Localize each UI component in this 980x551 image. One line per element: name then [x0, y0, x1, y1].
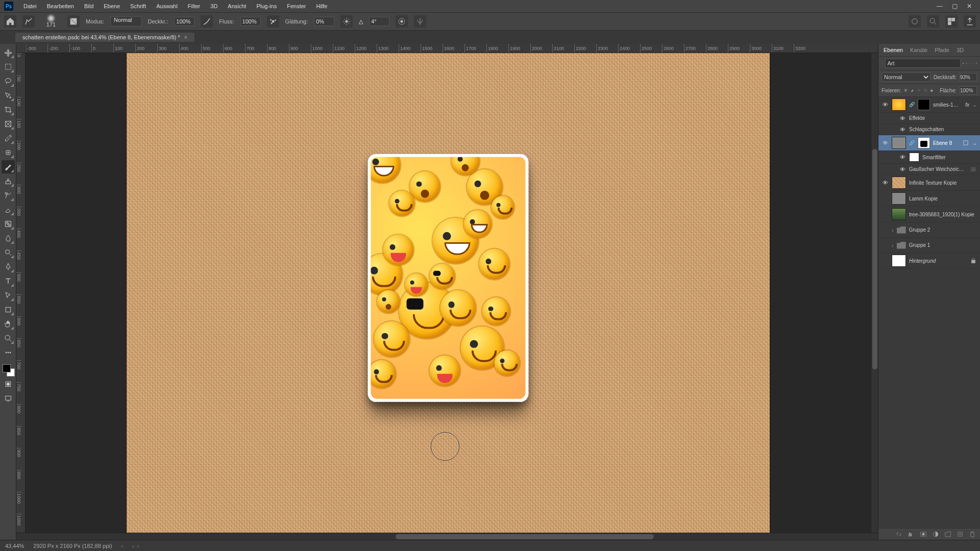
clone-stamp-tool[interactable] [2, 174, 15, 188]
next-button[interactable]: › [137, 543, 139, 549]
menu-hilfe[interactable]: Hilfe [311, 3, 332, 9]
menu-datei[interactable]: Datei [18, 3, 42, 9]
eyedropper-tool[interactable] [2, 132, 15, 145]
add-mask-button[interactable] [920, 531, 927, 538]
layer-filter-input[interactable] [885, 59, 961, 68]
tool-preset-button[interactable] [22, 15, 35, 28]
color-swatches[interactable] [2, 363, 15, 377]
menu-3d[interactable]: 3D [205, 3, 223, 9]
layer-row-background[interactable]: Hintergrund [878, 253, 980, 269]
new-layer-button[interactable] [957, 531, 964, 538]
filter-shape-icon[interactable] [972, 60, 974, 67]
layer-row-ebene8[interactable]: 👁 🔗 Ebene 8 ⌄ [878, 135, 980, 151]
document-info[interactable]: 2920 Px x 2160 Px (182,88 ppi) [33, 543, 112, 549]
chevron-right-icon[interactable]: › [892, 227, 894, 233]
window-maximize-button[interactable]: ▢ [952, 3, 958, 10]
eraser-tool[interactable] [2, 203, 15, 216]
marquee-tool[interactable] [2, 60, 15, 73]
visibility-toggle[interactable]: 👁 [881, 180, 889, 186]
layer-row-lamm[interactable]: Lamm Kopie [878, 191, 980, 207]
layer-name[interactable]: Gruppe 1 [909, 242, 977, 248]
quick-mask-toggle[interactable] [2, 378, 15, 391]
menu-bild[interactable]: Bild [79, 3, 99, 9]
menu-auswahl[interactable]: Auswahl [151, 3, 183, 9]
window-minimize-button[interactable]: — [937, 3, 943, 10]
zoom-tool[interactable] [2, 332, 15, 345]
layer-thumb[interactable] [892, 137, 906, 149]
healing-brush-tool[interactable] [2, 146, 15, 159]
fx-badge[interactable]: fx [965, 102, 969, 108]
layer-name[interactable]: tree-3095683_1920(1) Kopie [909, 212, 977, 217]
lock-transparency-icon[interactable] [904, 87, 908, 94]
menu-plug-ins[interactable]: Plug-ins [251, 3, 282, 9]
chevron-right-icon[interactable]: › [121, 543, 123, 549]
layer-name[interactable]: Lamm Kopie [909, 196, 977, 202]
smartfilter-gaussian[interactable]: 👁 Gaußscher Weichzeichner [878, 164, 980, 175]
smartfilter-header[interactable]: 👁 Smartfilter [878, 151, 980, 164]
layer-row-infinite-texture[interactable]: 👁 Infinite Texture Kopie [878, 175, 980, 191]
blur-tool[interactable] [2, 232, 15, 245]
vertical-scrollbar[interactable] [871, 53, 878, 533]
cloud-docs-button[interactable] [909, 15, 921, 28]
visibility-toggle[interactable]: 👁 [881, 140, 889, 146]
filter-settings-icon[interactable] [970, 166, 977, 173]
visibility-toggle[interactable]: 👁 [899, 127, 906, 133]
chevron-down-icon[interactable]: ⌄ [972, 140, 977, 146]
smoothing-options-button[interactable] [340, 15, 353, 28]
lock-artboard-icon[interactable] [924, 87, 927, 94]
tab-3d[interactable]: 3D [957, 47, 964, 53]
smoothing-input[interactable] [314, 17, 334, 26]
layer-fill-input[interactable] [960, 86, 977, 94]
lock-paint-icon[interactable] [911, 87, 914, 94]
home-button[interactable] [4, 15, 16, 28]
menu-schrift[interactable]: Schrift [125, 3, 151, 9]
lasso-tool[interactable] [2, 74, 15, 88]
brush-tool[interactable] [2, 160, 15, 173]
history-brush-tool[interactable] [2, 189, 15, 202]
brush-preset-picker[interactable]: 171 [41, 15, 61, 28]
search-button[interactable] [927, 15, 939, 28]
zoom-level[interactable]: 43,44% [5, 543, 24, 549]
layer-row-tree[interactable]: tree-3095683_1920(1) Kopie [878, 207, 980, 222]
opacity-pressure-toggle[interactable] [201, 15, 213, 28]
lock-icon[interactable] [970, 257, 977, 264]
visibility-toggle[interactable]: 👁 [899, 166, 906, 172]
type-tool[interactable] [2, 274, 15, 288]
layer-name[interactable]: Infinite Texture Kopie [909, 180, 977, 186]
layer-thumb[interactable] [892, 192, 906, 205]
new-group-button[interactable] [944, 531, 951, 538]
vertical-ruler[interactable]: 0501001502002503003504004505005506006507… [16, 53, 26, 533]
chevron-right-icon[interactable]: › [892, 242, 894, 248]
menu-filter[interactable]: Filter [183, 3, 205, 9]
dodge-tool[interactable] [2, 246, 15, 259]
layer-style-button[interactable]: fx [908, 531, 915, 538]
share-button[interactable] [964, 15, 976, 28]
fx-header[interactable]: 👁 Effekte [878, 113, 980, 124]
tab-paths[interactable]: Pfade [935, 47, 949, 53]
layer-name[interactable]: smilies-1…0 Kopie 2 [933, 102, 962, 108]
flow-input[interactable] [240, 17, 261, 26]
quick-select-tool[interactable] [2, 89, 15, 102]
link-layers-button[interactable] [895, 531, 902, 538]
window-close-button[interactable]: ✕ [967, 3, 972, 10]
tab-channels[interactable]: Kanäle [910, 47, 927, 53]
filter-pixel-icon[interactable] [963, 60, 964, 67]
lock-all-icon[interactable] [930, 87, 934, 94]
new-adjustment-button[interactable] [932, 531, 939, 538]
screen-mode-button[interactable] [2, 392, 15, 405]
horizontal-ruler[interactable]: -300-200-1000100200300400500600700800900… [16, 44, 878, 53]
brush-angle-input[interactable] [369, 17, 389, 26]
layer-row-smilies[interactable]: 👁 🔗 smilies-1…0 Kopie 2 fx ⌄ [878, 97, 980, 113]
layer-thumb[interactable] [892, 255, 906, 267]
layer-thumb[interactable] [892, 98, 906, 111]
blend-mode-select[interactable]: Normal [110, 16, 141, 27]
foreground-color-swatch[interactable] [3, 364, 11, 372]
airbrush-toggle[interactable] [267, 15, 279, 28]
fx-dropshadow[interactable]: 👁 Schlagschatten [878, 124, 980, 135]
brush-panel-toggle[interactable] [67, 15, 80, 28]
symmetry-button[interactable] [414, 15, 426, 28]
menu-ansicht[interactable]: Ansicht [223, 3, 251, 9]
gradient-tool[interactable] [2, 217, 15, 231]
prev-button[interactable]: ‹ [132, 543, 134, 549]
layer-name[interactable]: Gruppe 2 [909, 227, 977, 233]
